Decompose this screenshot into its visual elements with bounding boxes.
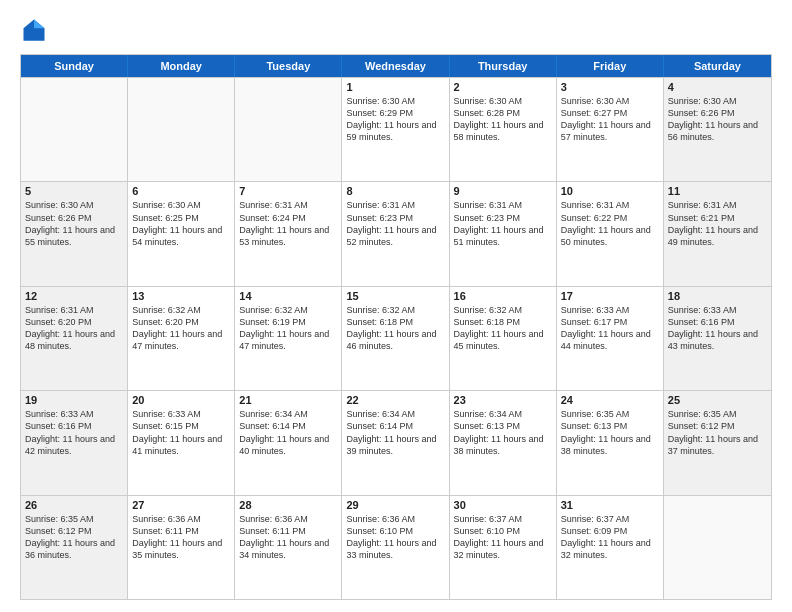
calendar-cell: 15Sunrise: 6:32 AM Sunset: 6:18 PM Dayli… <box>342 287 449 390</box>
calendar-cell: 21Sunrise: 6:34 AM Sunset: 6:14 PM Dayli… <box>235 391 342 494</box>
cell-info: Sunrise: 6:30 AM Sunset: 6:26 PM Dayligh… <box>668 95 767 144</box>
cell-info: Sunrise: 6:36 AM Sunset: 6:10 PM Dayligh… <box>346 513 444 562</box>
calendar-cell <box>128 78 235 181</box>
calendar-cell: 16Sunrise: 6:32 AM Sunset: 6:18 PM Dayli… <box>450 287 557 390</box>
cell-info: Sunrise: 6:34 AM Sunset: 6:13 PM Dayligh… <box>454 408 552 457</box>
day-number: 5 <box>25 185 123 197</box>
cell-info: Sunrise: 6:32 AM Sunset: 6:18 PM Dayligh… <box>454 304 552 353</box>
day-number: 6 <box>132 185 230 197</box>
svg-marker-1 <box>34 20 45 29</box>
day-number: 4 <box>668 81 767 93</box>
cell-info: Sunrise: 6:32 AM Sunset: 6:20 PM Dayligh… <box>132 304 230 353</box>
day-number: 27 <box>132 499 230 511</box>
weekday-header: Friday <box>557 55 664 77</box>
day-number: 13 <box>132 290 230 302</box>
day-number: 21 <box>239 394 337 406</box>
calendar-cell: 25Sunrise: 6:35 AM Sunset: 6:12 PM Dayli… <box>664 391 771 494</box>
header <box>20 16 772 44</box>
calendar-cell: 4Sunrise: 6:30 AM Sunset: 6:26 PM Daylig… <box>664 78 771 181</box>
cell-info: Sunrise: 6:33 AM Sunset: 6:15 PM Dayligh… <box>132 408 230 457</box>
cell-info: Sunrise: 6:33 AM Sunset: 6:17 PM Dayligh… <box>561 304 659 353</box>
cell-info: Sunrise: 6:35 AM Sunset: 6:12 PM Dayligh… <box>668 408 767 457</box>
weekday-header: Sunday <box>21 55 128 77</box>
calendar-cell: 17Sunrise: 6:33 AM Sunset: 6:17 PM Dayli… <box>557 287 664 390</box>
cell-info: Sunrise: 6:34 AM Sunset: 6:14 PM Dayligh… <box>346 408 444 457</box>
day-number: 29 <box>346 499 444 511</box>
day-number: 1 <box>346 81 444 93</box>
weekday-header: Saturday <box>664 55 771 77</box>
cell-info: Sunrise: 6:32 AM Sunset: 6:19 PM Dayligh… <box>239 304 337 353</box>
weekday-header: Monday <box>128 55 235 77</box>
calendar-row: 1Sunrise: 6:30 AM Sunset: 6:29 PM Daylig… <box>21 77 771 181</box>
calendar-cell: 11Sunrise: 6:31 AM Sunset: 6:21 PM Dayli… <box>664 182 771 285</box>
day-number: 19 <box>25 394 123 406</box>
calendar-cell: 5Sunrise: 6:30 AM Sunset: 6:26 PM Daylig… <box>21 182 128 285</box>
calendar-cell: 22Sunrise: 6:34 AM Sunset: 6:14 PM Dayli… <box>342 391 449 494</box>
cell-info: Sunrise: 6:31 AM Sunset: 6:23 PM Dayligh… <box>346 199 444 248</box>
cell-info: Sunrise: 6:35 AM Sunset: 6:13 PM Dayligh… <box>561 408 659 457</box>
calendar-cell: 14Sunrise: 6:32 AM Sunset: 6:19 PM Dayli… <box>235 287 342 390</box>
weekday-header: Thursday <box>450 55 557 77</box>
calendar-row: 26Sunrise: 6:35 AM Sunset: 6:12 PM Dayli… <box>21 495 771 599</box>
day-number: 16 <box>454 290 552 302</box>
cell-info: Sunrise: 6:37 AM Sunset: 6:09 PM Dayligh… <box>561 513 659 562</box>
day-number: 26 <box>25 499 123 511</box>
day-number: 15 <box>346 290 444 302</box>
cell-info: Sunrise: 6:30 AM Sunset: 6:26 PM Dayligh… <box>25 199 123 248</box>
day-number: 14 <box>239 290 337 302</box>
calendar-cell: 18Sunrise: 6:33 AM Sunset: 6:16 PM Dayli… <box>664 287 771 390</box>
calendar-cell: 10Sunrise: 6:31 AM Sunset: 6:22 PM Dayli… <box>557 182 664 285</box>
calendar-cell: 26Sunrise: 6:35 AM Sunset: 6:12 PM Dayli… <box>21 496 128 599</box>
day-number: 12 <box>25 290 123 302</box>
calendar-cell: 20Sunrise: 6:33 AM Sunset: 6:15 PM Dayli… <box>128 391 235 494</box>
day-number: 18 <box>668 290 767 302</box>
cell-info: Sunrise: 6:31 AM Sunset: 6:20 PM Dayligh… <box>25 304 123 353</box>
day-number: 24 <box>561 394 659 406</box>
calendar-row: 12Sunrise: 6:31 AM Sunset: 6:20 PM Dayli… <box>21 286 771 390</box>
cell-info: Sunrise: 6:30 AM Sunset: 6:25 PM Dayligh… <box>132 199 230 248</box>
day-number: 20 <box>132 394 230 406</box>
calendar-cell: 31Sunrise: 6:37 AM Sunset: 6:09 PM Dayli… <box>557 496 664 599</box>
calendar-cell: 28Sunrise: 6:36 AM Sunset: 6:11 PM Dayli… <box>235 496 342 599</box>
calendar-cell: 30Sunrise: 6:37 AM Sunset: 6:10 PM Dayli… <box>450 496 557 599</box>
calendar-cell: 19Sunrise: 6:33 AM Sunset: 6:16 PM Dayli… <box>21 391 128 494</box>
calendar: SundayMondayTuesdayWednesdayThursdayFrid… <box>20 54 772 600</box>
calendar-cell <box>664 496 771 599</box>
cell-info: Sunrise: 6:36 AM Sunset: 6:11 PM Dayligh… <box>132 513 230 562</box>
cell-info: Sunrise: 6:30 AM Sunset: 6:29 PM Dayligh… <box>346 95 444 144</box>
logo <box>20 16 52 44</box>
logo-icon <box>20 16 48 44</box>
cell-info: Sunrise: 6:32 AM Sunset: 6:18 PM Dayligh… <box>346 304 444 353</box>
weekday-header: Tuesday <box>235 55 342 77</box>
calendar-cell: 13Sunrise: 6:32 AM Sunset: 6:20 PM Dayli… <box>128 287 235 390</box>
page: SundayMondayTuesdayWednesdayThursdayFrid… <box>0 0 792 612</box>
day-number: 30 <box>454 499 552 511</box>
calendar-cell <box>21 78 128 181</box>
calendar-cell: 27Sunrise: 6:36 AM Sunset: 6:11 PM Dayli… <box>128 496 235 599</box>
calendar-body: 1Sunrise: 6:30 AM Sunset: 6:29 PM Daylig… <box>21 77 771 599</box>
day-number: 25 <box>668 394 767 406</box>
day-number: 2 <box>454 81 552 93</box>
day-number: 9 <box>454 185 552 197</box>
weekday-header: Wednesday <box>342 55 449 77</box>
day-number: 28 <box>239 499 337 511</box>
cell-info: Sunrise: 6:33 AM Sunset: 6:16 PM Dayligh… <box>668 304 767 353</box>
calendar-cell: 12Sunrise: 6:31 AM Sunset: 6:20 PM Dayli… <box>21 287 128 390</box>
cell-info: Sunrise: 6:34 AM Sunset: 6:14 PM Dayligh… <box>239 408 337 457</box>
day-number: 11 <box>668 185 767 197</box>
cell-info: Sunrise: 6:31 AM Sunset: 6:22 PM Dayligh… <box>561 199 659 248</box>
day-number: 8 <box>346 185 444 197</box>
day-number: 23 <box>454 394 552 406</box>
calendar-cell: 8Sunrise: 6:31 AM Sunset: 6:23 PM Daylig… <box>342 182 449 285</box>
day-number: 3 <box>561 81 659 93</box>
calendar-cell: 6Sunrise: 6:30 AM Sunset: 6:25 PM Daylig… <box>128 182 235 285</box>
calendar-row: 19Sunrise: 6:33 AM Sunset: 6:16 PM Dayli… <box>21 390 771 494</box>
calendar-cell: 2Sunrise: 6:30 AM Sunset: 6:28 PM Daylig… <box>450 78 557 181</box>
calendar-cell <box>235 78 342 181</box>
cell-info: Sunrise: 6:36 AM Sunset: 6:11 PM Dayligh… <box>239 513 337 562</box>
calendar-cell: 29Sunrise: 6:36 AM Sunset: 6:10 PM Dayli… <box>342 496 449 599</box>
cell-info: Sunrise: 6:30 AM Sunset: 6:27 PM Dayligh… <box>561 95 659 144</box>
cell-info: Sunrise: 6:33 AM Sunset: 6:16 PM Dayligh… <box>25 408 123 457</box>
calendar-cell: 3Sunrise: 6:30 AM Sunset: 6:27 PM Daylig… <box>557 78 664 181</box>
day-number: 22 <box>346 394 444 406</box>
